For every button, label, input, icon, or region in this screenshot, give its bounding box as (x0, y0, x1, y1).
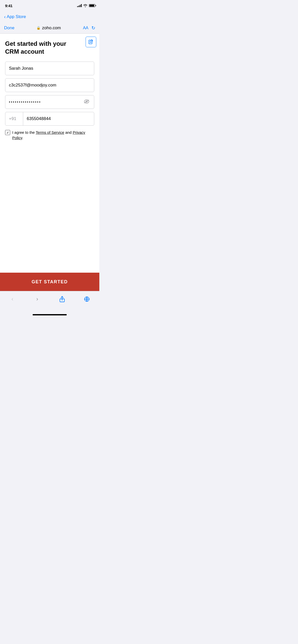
battery-icon (89, 4, 95, 7)
home-indicator (0, 312, 99, 317)
share-button[interactable] (57, 294, 68, 305)
agree-checkbox[interactable]: ✓ (5, 130, 10, 135)
url-display: zoho.com (42, 25, 61, 31)
edit-icon-button[interactable] (86, 37, 96, 47)
browser-bottom-bar: ‹ › (0, 291, 99, 312)
get-started-label: GET STARTED (32, 279, 68, 285)
forward-button-browser[interactable]: › (32, 294, 43, 305)
bookmarks-button[interactable] (81, 294, 92, 305)
address-bar: Done 🔒 zoho.com AA ↻ (0, 22, 99, 34)
status-time: 9:41 (5, 4, 12, 8)
phone-field[interactable]: +91 6355048844 (5, 112, 94, 126)
wifi-icon (83, 4, 87, 7)
terms-prefix: I agree to the (12, 130, 36, 135)
back-button[interactable]: ‹ App Store (4, 14, 26, 20)
back-chevron-icon: ‹ (4, 14, 6, 20)
address-actions: AA ↻ (83, 25, 95, 31)
address-center: 🔒 zoho.com (36, 25, 61, 31)
back-bar: ‹ App Store (0, 11, 99, 22)
name-field[interactable]: Sarah Jonas (5, 62, 94, 75)
status-bar: 9:41 (0, 0, 99, 11)
get-started-button[interactable]: GET STARTED (0, 273, 99, 291)
terms-of-service-link[interactable]: Terms of Service (36, 130, 64, 135)
page-title: Get started with your CRM account (5, 40, 81, 55)
eye-icon[interactable] (83, 98, 90, 106)
lock-icon: 🔒 (36, 26, 40, 30)
back-label: App Store (7, 14, 26, 19)
home-bar (33, 314, 67, 315)
password-field[interactable]: •••••••••••••••• (5, 95, 94, 109)
phone-number: 6355048844 (23, 116, 94, 121)
terms-text: I agree to the Terms of Service and Priv… (12, 130, 94, 140)
signal-icon (77, 4, 82, 7)
name-value: Sarah Jonas (9, 66, 90, 71)
email-field[interactable]: c3c2537f@moodjoy.com (5, 78, 94, 92)
status-icons (77, 4, 95, 7)
checkbox-check-icon: ✓ (6, 131, 9, 135)
email-value: c3c2537f@moodjoy.com (9, 83, 90, 88)
web-content: Get started with your CRM account Sarah … (0, 34, 99, 186)
done-button[interactable]: Done (4, 25, 15, 31)
terms-suffix: . (22, 136, 23, 140)
back-button-browser[interactable]: ‹ (7, 294, 18, 305)
terms-row: ✓ I agree to the Terms of Service and Pr… (5, 130, 94, 140)
terms-middle: and (64, 130, 73, 135)
empty-space (0, 186, 99, 273)
country-code[interactable]: +91 (5, 112, 23, 125)
aa-button[interactable]: AA (83, 26, 88, 30)
reload-button[interactable]: ↻ (91, 25, 95, 31)
password-dots: •••••••••••••••• (9, 100, 83, 104)
